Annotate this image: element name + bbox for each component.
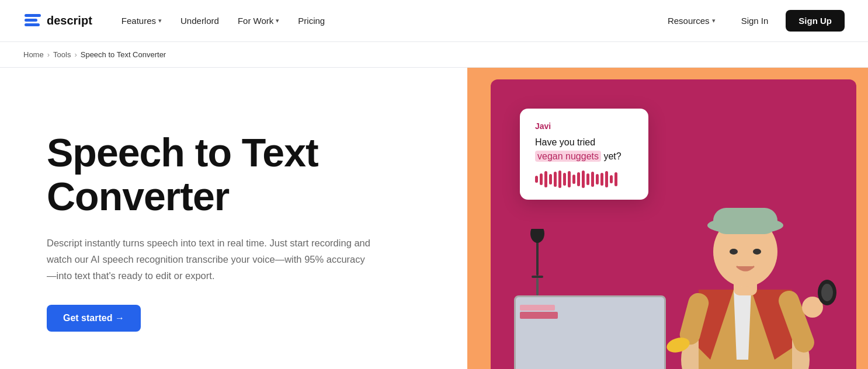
transcript-text-after: yet? — [603, 151, 621, 161]
waveform-bar — [540, 173, 543, 185]
waveform-bar — [577, 172, 580, 186]
logo[interactable]: descript — [23, 12, 92, 30]
svg-rect-15 — [713, 208, 777, 234]
books — [520, 305, 558, 319]
svg-rect-2 — [25, 23, 40, 26]
hero-right: Javi Have you tried vegan nuggets yet? — [467, 68, 868, 369]
logo-text: descript — [47, 14, 92, 27]
waveform-bar — [605, 171, 608, 187]
breadcrumb: Home › Tools › Speech to Text Converter — [0, 42, 868, 68]
waveform-bar — [558, 170, 561, 188]
nav-underlord[interactable]: Underlord — [172, 11, 227, 30]
waveform-bar — [544, 171, 547, 187]
waveform-bar — [572, 175, 575, 184]
person-svg — [646, 138, 845, 369]
logo-icon — [23, 12, 42, 30]
breadcrumb-tools[interactable]: Tools — [53, 50, 71, 59]
waveform-bar — [549, 174, 552, 184]
breadcrumb-current: Speech to Text Converter — [81, 50, 166, 59]
hero-section: Speech to Text Converter Descript instan… — [0, 68, 868, 369]
mic-stand-icon — [526, 229, 549, 299]
resources-chevron-icon: ▾ — [712, 17, 716, 25]
svg-rect-1 — [25, 19, 37, 22]
transcript-card: Javi Have you tried vegan nuggets yet? — [520, 109, 648, 200]
waveform-bar — [535, 176, 538, 183]
breadcrumb-sep-1: › — [47, 50, 50, 59]
nav-right: Resources ▾ Sign In Sign Up — [659, 10, 845, 32]
nav-pricing[interactable]: Pricing — [290, 11, 333, 30]
waveform-bar — [591, 172, 594, 187]
mic-stand — [526, 229, 549, 301]
svg-marker-11 — [734, 290, 751, 360]
transcript-highlight: vegan nuggets — [535, 151, 601, 162]
nav-features[interactable]: Features ▾ — [113, 11, 170, 30]
person-illustration — [646, 138, 845, 369]
svg-rect-5 — [532, 276, 543, 278]
hero-left: Speech to Text Converter Descript instan… — [0, 68, 467, 369]
svg-rect-0 — [25, 14, 41, 17]
waveform-bar — [586, 173, 589, 185]
nav-resources[interactable]: Resources ▾ — [659, 11, 724, 30]
hero-title: Speech to Text Converter — [47, 131, 421, 218]
breadcrumb-home[interactable]: Home — [23, 50, 44, 59]
navbar: descript Features ▾ Underlord For Work ▾… — [0, 0, 868, 42]
nav-for-work[interactable]: For Work ▾ — [230, 11, 287, 30]
breadcrumb-sep-2: › — [74, 50, 77, 59]
transcript-text: Have you tried vegan nuggets yet? — [535, 135, 633, 163]
signin-button[interactable]: Sign In — [731, 11, 779, 30]
waveform-bar — [614, 172, 617, 186]
transcript-text-before: Have you tried — [535, 137, 595, 147]
get-started-button[interactable]: Get started → — [47, 305, 141, 332]
waveform-bar — [563, 173, 566, 186]
features-chevron-icon: ▾ — [158, 17, 162, 25]
waveform-bar — [596, 174, 599, 184]
waveform-bar — [568, 171, 571, 187]
svg-point-21 — [821, 284, 833, 301]
waveform-bar — [582, 170, 585, 188]
svg-point-16 — [730, 249, 738, 255]
waveform-bar — [600, 173, 603, 186]
svg-point-4 — [530, 229, 544, 243]
hero-inner-bg: Javi Have you tried vegan nuggets yet? — [491, 79, 856, 369]
waveform-bar — [610, 175, 613, 183]
nav-links: Features ▾ Underlord For Work ▾ Pricing — [113, 11, 659, 30]
transcript-speaker: Javi — [535, 121, 633, 131]
signup-button[interactable]: Sign Up — [786, 10, 845, 32]
for-work-chevron-icon: ▾ — [276, 17, 279, 25]
svg-point-17 — [753, 249, 761, 255]
svg-rect-6 — [536, 278, 539, 295]
waveform-bar — [554, 172, 557, 187]
waveform — [535, 170, 633, 188]
hero-description: Descript instantly turns speech into tex… — [47, 235, 374, 284]
